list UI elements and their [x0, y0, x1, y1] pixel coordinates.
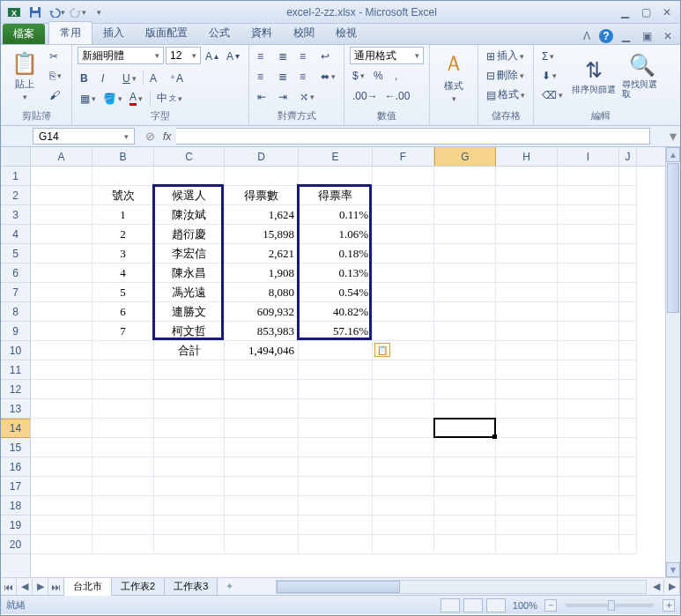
- cell-C16[interactable]: [154, 457, 225, 477]
- row-header-13[interactable]: 13: [1, 399, 30, 419]
- cell-E8[interactable]: 40.82%: [299, 302, 373, 322]
- undo-icon[interactable]: ▾: [47, 4, 66, 21]
- cell-I14[interactable]: [558, 419, 619, 438]
- tab-data[interactable]: 資料: [241, 22, 283, 44]
- cell-F11[interactable]: [373, 360, 434, 380]
- tab-layout[interactable]: 版面配置: [135, 22, 198, 44]
- fx-cancel-button[interactable]: ⊘: [140, 128, 159, 145]
- cell-I17[interactable]: [558, 477, 619, 496]
- normal-view-button[interactable]: [440, 598, 460, 612]
- zoom-thumb[interactable]: [608, 600, 615, 611]
- cell-F7[interactable]: [373, 283, 434, 302]
- cell-H4[interactable]: [496, 225, 558, 244]
- fill-button[interactable]: ⬇▾: [539, 66, 566, 85]
- row-header-11[interactable]: 11: [1, 360, 30, 380]
- cell-E17[interactable]: [299, 477, 373, 496]
- cell-H6[interactable]: [496, 263, 558, 283]
- cell-B10[interactable]: [93, 341, 154, 360]
- cell-D16[interactable]: [225, 457, 299, 477]
- cell-E6[interactable]: 0.13%: [299, 263, 373, 283]
- cell-B19[interactable]: [93, 516, 154, 535]
- cell-D6[interactable]: 1,908: [225, 263, 299, 283]
- cell-F4[interactable]: [373, 225, 434, 244]
- cell-B9[interactable]: 7: [93, 322, 154, 341]
- cell-A5[interactable]: [31, 244, 93, 263]
- cell-C14[interactable]: [154, 419, 225, 438]
- cell-E15[interactable]: [299, 438, 373, 457]
- cell-G9[interactable]: [434, 322, 496, 341]
- cell-E13[interactable]: [299, 399, 373, 419]
- row-header-4[interactable]: 4: [1, 225, 30, 244]
- cell-D14[interactable]: [225, 419, 299, 438]
- cells[interactable]: 號次候選人得票數得票率1陳汝斌1,6240.11%2趙衍慶15,8981.06%…: [31, 167, 680, 554]
- row-header-14[interactable]: 14: [1, 419, 30, 438]
- cell-F2[interactable]: [373, 186, 434, 205]
- cell-F15[interactable]: [373, 438, 434, 457]
- hscroll-thumb[interactable]: [277, 581, 400, 593]
- select-all-button[interactable]: [1, 147, 30, 167]
- cell-C9[interactable]: 柯文哲: [154, 322, 225, 341]
- hscroll-left-icon[interactable]: ◀: [648, 579, 664, 595]
- cell-A6[interactable]: [31, 263, 93, 283]
- minimize-icon[interactable]: ▁: [615, 4, 634, 20]
- increase-decimal-button[interactable]: .00→: [350, 86, 381, 105]
- cell-G2[interactable]: [434, 186, 496, 205]
- cell-F16[interactable]: [373, 457, 434, 477]
- doc-minimize-icon[interactable]: ▁: [617, 28, 634, 44]
- cell-A14[interactable]: [31, 419, 93, 438]
- cell-B16[interactable]: [93, 457, 154, 477]
- cell-A18[interactable]: [31, 496, 93, 516]
- merge-button[interactable]: ⬌▾: [318, 67, 338, 85]
- col-header-D[interactable]: D: [225, 147, 299, 166]
- row-header-6[interactable]: 6: [1, 263, 30, 283]
- cell-J19[interactable]: [619, 516, 637, 535]
- cell-D15[interactable]: [225, 438, 299, 457]
- cell-E5[interactable]: 0.18%: [299, 244, 373, 263]
- cell-B2[interactable]: 號次: [93, 186, 154, 205]
- cell-J8[interactable]: [619, 302, 637, 322]
- col-header-A[interactable]: A: [31, 147, 93, 166]
- cell-A3[interactable]: [31, 205, 93, 225]
- autosum-button[interactable]: Σ▾: [539, 47, 566, 65]
- cell-B15[interactable]: [93, 438, 154, 457]
- tab-insert[interactable]: 插入: [93, 22, 135, 44]
- cell-I10[interactable]: [558, 341, 619, 360]
- cell-C15[interactable]: [154, 438, 225, 457]
- cell-I20[interactable]: [558, 535, 619, 554]
- sheet-next-icon[interactable]: ▶: [33, 579, 48, 595]
- cell-G11[interactable]: [434, 360, 496, 380]
- cell-H2[interactable]: [496, 186, 558, 205]
- cell-D4[interactable]: 15,898: [225, 225, 299, 244]
- col-header-B[interactable]: B: [93, 147, 154, 166]
- cell-H11[interactable]: [496, 360, 558, 380]
- cell-G20[interactable]: [434, 535, 496, 554]
- cell-J9[interactable]: [619, 322, 637, 341]
- cell-H9[interactable]: [496, 322, 558, 341]
- cell-J15[interactable]: [619, 438, 637, 457]
- cell-C6[interactable]: 陳永昌: [154, 263, 225, 283]
- cell-I6[interactable]: [558, 263, 619, 283]
- find-select-button[interactable]: 🔍 尋找與選取: [622, 47, 662, 105]
- cell-A8[interactable]: [31, 302, 93, 322]
- cell-H10[interactable]: [496, 341, 558, 360]
- copy-button[interactable]: ⎘▾: [47, 66, 66, 85]
- cell-E1[interactable]: [299, 167, 373, 186]
- bold-button[interactable]: B: [78, 69, 97, 87]
- cell-D19[interactable]: [225, 516, 299, 535]
- sheet-tab-2[interactable]: 工作表2: [111, 578, 165, 596]
- cell-D18[interactable]: [225, 496, 299, 516]
- cell-I16[interactable]: [558, 457, 619, 477]
- cell-I5[interactable]: [558, 244, 619, 263]
- cell-H8[interactable]: [496, 302, 558, 322]
- format-cells-button[interactable]: ▤格式▾: [484, 85, 528, 104]
- cell-E10[interactable]: [299, 341, 373, 360]
- row-header-16[interactable]: 16: [1, 457, 30, 477]
- fill-color-button[interactable]: 🪣▾: [100, 89, 125, 108]
- cell-E11[interactable]: [299, 360, 373, 380]
- cell-J18[interactable]: [619, 496, 637, 516]
- cell-C13[interactable]: [154, 399, 225, 419]
- ruby-button[interactable]: ᵃA: [168, 69, 188, 87]
- cell-A10[interactable]: [31, 341, 93, 360]
- cell-G1[interactable]: [434, 167, 496, 186]
- cell-C7[interactable]: 馮光遠: [154, 283, 225, 302]
